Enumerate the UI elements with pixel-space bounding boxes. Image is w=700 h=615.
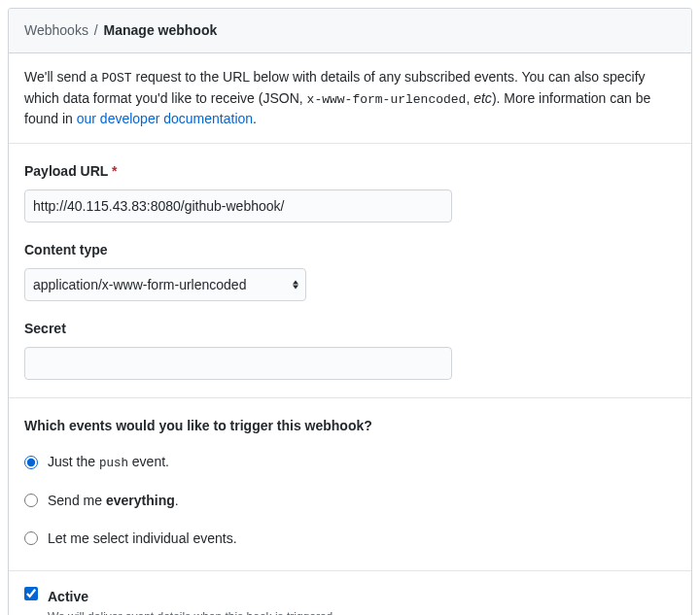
breadcrumb-parent[interactable]: Webhooks (24, 22, 88, 38)
active-description: We will deliver event details when this … (48, 608, 336, 615)
radio-option-individual: Let me select individual events. (24, 529, 676, 549)
active-section: Active We will deliver event details whe… (9, 571, 691, 615)
secret-label: Secret (24, 319, 676, 339)
required-asterisk: * (112, 163, 117, 179)
active-label[interactable]: Active (48, 587, 336, 607)
content-type-select[interactable]: application/x-www-form-urlencoded (24, 268, 306, 301)
urlencoded-code: x-www-form-urlencoded (307, 92, 467, 107)
post-code: POST (101, 71, 131, 85)
breadcrumb-separator: / (94, 22, 98, 38)
developer-docs-link[interactable]: our developer documentation (77, 111, 253, 126)
payload-url-input[interactable] (24, 189, 452, 222)
active-checkbox[interactable] (24, 587, 38, 600)
radio-option-push: Just the push event. (24, 452, 676, 473)
payload-url-group: Payload URL * (24, 161, 676, 222)
breadcrumb: Webhooks / Manage webhook (9, 9, 691, 53)
webhook-manage-panel: Webhooks / Manage webhook We'll send a P… (8, 8, 692, 615)
radio-push[interactable] (24, 456, 38, 469)
events-heading: Which events would you like to trigger t… (24, 416, 676, 436)
radio-everything-label[interactable]: Send me everything. (48, 491, 179, 511)
content-type-group: Content type application/x-www-form-urle… (24, 240, 676, 301)
webhook-description: We'll send a POST request to the URL bel… (9, 53, 691, 144)
radio-individual-label[interactable]: Let me select individual events. (48, 529, 237, 549)
radio-push-label[interactable]: Just the push event. (48, 452, 169, 473)
payload-url-label: Payload URL * (24, 161, 676, 182)
breadcrumb-current: Manage webhook (104, 22, 218, 38)
webhook-form: Payload URL * Content type application/x… (9, 144, 691, 398)
radio-option-everything: Send me everything. (24, 491, 676, 511)
secret-group: Secret (24, 319, 676, 380)
radio-everything[interactable] (24, 494, 38, 507)
radio-individual[interactable] (24, 531, 38, 545)
events-section: Which events would you like to trigger t… (9, 398, 691, 571)
content-type-label: Content type (24, 240, 676, 260)
secret-input[interactable] (24, 347, 452, 380)
